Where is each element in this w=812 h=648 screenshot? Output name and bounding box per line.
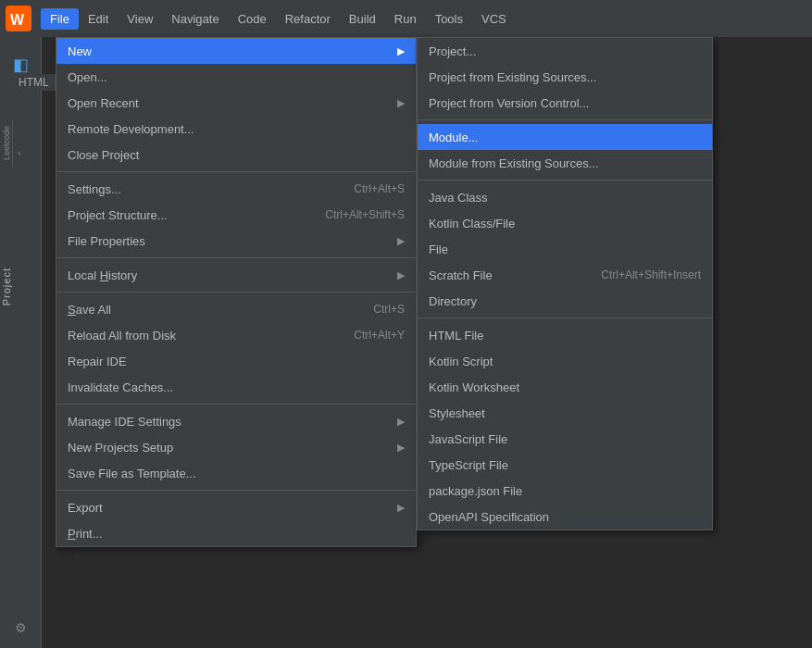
menu-reload-all[interactable]: Reload All from Disk Ctrl+Alt+Y <box>56 322 416 348</box>
submenu-sep-1 <box>418 119 712 120</box>
submenu-scratch-file[interactable]: Scratch File Ctrl+Alt+Shift+Insert <box>418 262 712 288</box>
menu-repair-ide[interactable]: Repair IDE <box>56 348 416 374</box>
submenu-kotlin-script[interactable]: Kotlin Script <box>418 348 712 374</box>
menu-new-projects-setup[interactable]: New Projects Setup ▶ <box>56 434 416 460</box>
menu-invalidate-caches[interactable]: Invalidate Caches... <box>56 374 416 400</box>
project-label: Project <box>1 268 12 305</box>
submenu-file[interactable]: File <box>418 236 712 262</box>
menubar: W File Edit View Navigate Code Refactor … <box>0 0 812 37</box>
submenu-typescript-file[interactable]: TypeScript File <box>418 452 712 478</box>
menu-open-recent[interactable]: Open Recent ▶ <box>56 90 416 116</box>
separator-5 <box>56 490 416 491</box>
menu-remote-dev[interactable]: Remote Development... <box>56 116 416 142</box>
menu-build[interactable]: Build <box>340 8 385 30</box>
submenu-sep-3 <box>418 318 712 318</box>
separator-4 <box>56 404 416 405</box>
submenu-module[interactable]: Module... <box>418 124 712 150</box>
menu-print[interactable]: Print... <box>56 520 416 546</box>
menu-file-properties[interactable]: File Properties ▶ <box>56 228 416 254</box>
submenu-project-existing[interactable]: Project from Existing Sources... <box>418 64 712 90</box>
submenu-html-file[interactable]: HTML File <box>418 322 712 348</box>
menu-code[interactable]: Code <box>229 8 276 30</box>
separator-1 <box>56 171 416 172</box>
submenu-java-class[interactable]: Java Class <box>418 184 712 210</box>
separator-3 <box>56 292 416 293</box>
svg-text:W: W <box>10 12 25 28</box>
menu-export[interactable]: Export ▶ <box>56 494 416 520</box>
html-tab[interactable]: HTML <box>13 74 56 91</box>
menu-manage-ide[interactable]: Manage IDE Settings ▶ <box>56 408 416 434</box>
app-logo: W <box>4 4 33 33</box>
menu-open[interactable]: Open... <box>56 64 416 90</box>
file-menu-dropdown: New ▶ Open... Open Recent ▶ Remote Devel… <box>56 37 417 547</box>
submenu-kotlin-worksheet[interactable]: Kotlin Worksheet <box>418 374 712 400</box>
sidebar-collapse-arrow[interactable]: ‹ <box>13 143 26 162</box>
menu-run[interactable]: Run <box>385 8 426 30</box>
submenu-javascript-file[interactable]: JavaScript File <box>418 426 712 452</box>
submenu-project[interactable]: Project... <box>418 38 712 64</box>
menu-file[interactable]: File <box>41 8 79 30</box>
submenu-package-json[interactable]: package.json File <box>418 478 712 504</box>
submenu-kotlin-class[interactable]: Kotlin Class/File <box>418 210 712 236</box>
submenu-module-existing[interactable]: Module from Existing Sources... <box>418 150 712 176</box>
submenu-sep-2 <box>418 180 712 181</box>
separator-2 <box>56 257 416 258</box>
menu-vcs[interactable]: VCS <box>472 8 516 30</box>
menu-refactor[interactable]: Refactor <box>276 8 340 30</box>
menu-settings[interactable]: Settings... Ctrl+Alt+S <box>56 176 416 202</box>
project-sidebar-tab[interactable]: Project <box>0 241 13 333</box>
menu-local-history[interactable]: Local History ▶ <box>56 262 416 288</box>
submenu-openapi[interactable]: OpenAPI Specification <box>418 504 712 530</box>
menu-edit[interactable]: Edit <box>79 8 118 30</box>
menu-new[interactable]: New ▶ <box>56 38 416 64</box>
menu-view[interactable]: View <box>118 8 162 30</box>
submenu-project-vcs[interactable]: Project from Version Control... <box>418 90 712 116</box>
submenu-stylesheet[interactable]: Stylesheet <box>418 400 712 426</box>
sidebar-icon-bottom1[interactable]: ⚙ <box>2 609 39 646</box>
menu-close-project[interactable]: Close Project <box>56 142 416 168</box>
leetcode-panel: Leetcode <box>0 120 13 167</box>
menu-navigate[interactable]: Navigate <box>162 8 228 30</box>
menu-save-all[interactable]: Save All Ctrl+S <box>56 296 416 322</box>
new-submenu: Project... Project from Existing Sources… <box>417 37 713 530</box>
menu-project-structure[interactable]: Project Structure... Ctrl+Alt+Shift+S <box>56 202 416 228</box>
submenu-directory[interactable]: Directory <box>418 288 712 314</box>
menu-save-as-template[interactable]: Save File as Template... <box>56 460 416 486</box>
menu-tools[interactable]: Tools <box>426 8 472 30</box>
